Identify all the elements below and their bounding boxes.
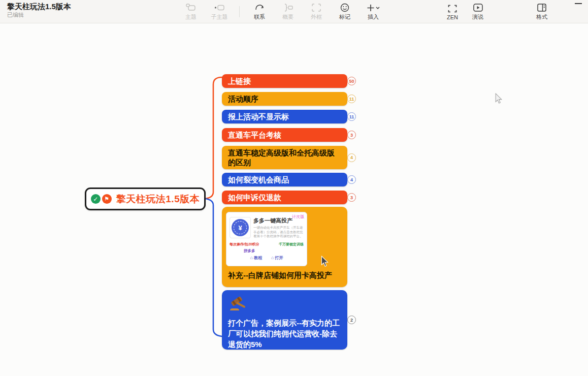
child-count-badge[interactable]: 2: [347, 316, 356, 324]
child-count-badge[interactable]: 11: [347, 95, 356, 103]
topic-icon: [186, 3, 196, 13]
mindmap-canvas[interactable]: ✓ ⚑ 擎天柱玩法1.5版本 计次版 ¥ 多多一键高投产 一键自动化卡高投产开车…: [0, 23, 588, 376]
toolbar-left-group: 主题子主题联系概要外框标记插入: [180, 0, 384, 23]
tool-label: ZEN: [447, 14, 458, 20]
mindmap-branch-node-ad[interactable]: 打个广告，案例展示--有实力的工厂可以找我们纯佣代运营收-除去退货的5%: [222, 290, 347, 350]
marker-icon: [340, 3, 349, 13]
tool-label: 插入: [368, 13, 379, 21]
branch-node-label: 如何申诉仅退款: [228, 193, 281, 202]
app-yen-refresh-icon: ¥: [232, 219, 249, 236]
branch-node-label: 报上活动不显示标: [228, 112, 289, 121]
child-count-badge[interactable]: 4: [347, 175, 356, 184]
mindmap-branch-node[interactable]: 直通车稳定高级版和全托高级版的区别: [222, 146, 347, 169]
gavel-icon: [228, 295, 249, 312]
card-cost-note: 每次操作/扣20积分: [230, 242, 259, 247]
insert-icon: [367, 3, 380, 13]
child-count-badge[interactable]: 4: [347, 153, 356, 162]
tool-label: 概要: [282, 13, 293, 21]
branch-node-label: 直通车平台考核: [228, 130, 281, 140]
home-icon: ⌂: [271, 256, 274, 260]
save-status: 已编辑: [7, 11, 71, 19]
mindmap-branch-node[interactable]: 活动顺序: [222, 92, 347, 106]
child-count-badge[interactable]: 3: [347, 193, 356, 202]
tool-label: 子主题: [211, 13, 228, 21]
tool-marker[interactable]: 标记: [334, 1, 355, 23]
subtopic-icon: [214, 3, 224, 13]
media-node-label: 补充--白牌店铺如何用卡高投产: [228, 271, 343, 280]
relationship-icon: [254, 3, 265, 13]
card-brand-label: 拼多多: [244, 248, 304, 254]
boundary-icon: [312, 3, 321, 13]
tool-relationship[interactable]: 联系: [249, 1, 270, 23]
tool-pitch[interactable]: 演说: [467, 1, 488, 23]
home-icon: ⌂: [250, 256, 253, 260]
card-open-button[interactable]: ⌂ 打开: [271, 255, 283, 261]
format-icon: [537, 3, 546, 13]
card-app-description: 一键自动化卡高投产开车（开车老手必看）分类码，请点击去教程您看第十个教程操作有课…: [253, 226, 304, 239]
branch-node-label: 活动顺序: [228, 94, 258, 104]
tool-insert[interactable]: 插入: [363, 1, 384, 23]
check-icon[interactable]: ✓: [91, 194, 101, 204]
embedded-screenshot-card[interactable]: 计次版 ¥ 多多一键高投产 一键自动化卡高投产开车（开车老手必看）分类码，请点击…: [226, 212, 307, 266]
pitch-icon: [473, 3, 483, 13]
branch-node-label: 上链接: [228, 76, 251, 86]
flag-icon[interactable]: ⚑: [102, 194, 112, 204]
tool-format[interactable]: 格式: [531, 1, 552, 23]
tool-topic[interactable]: 主题: [180, 1, 202, 23]
tool-boundary[interactable]: 外框: [306, 1, 327, 23]
mindmap-branch-node[interactable]: 报上活动不显示标: [222, 110, 347, 123]
tool-label: 外框: [311, 13, 322, 21]
mindmap-branch-node-media[interactable]: 计次版 ¥ 多多一键高投产 一键自动化卡高投产开车（开车老手必看）分类码，请点击…: [222, 207, 347, 287]
summary-icon: [283, 3, 293, 13]
card-tutorial-button[interactable]: ⌂ 教程: [250, 255, 262, 261]
branch-node-label: 直通车稳定高级版和全托高级版的区别: [228, 148, 341, 167]
zen-icon: [448, 4, 457, 14]
tool-label: 联系: [254, 13, 265, 21]
tool-subtopic[interactable]: 子主题: [209, 1, 230, 23]
root-topic-label: 擎天柱玩法1.5版本: [116, 193, 200, 206]
ghost-mouse-cursor: [494, 93, 503, 104]
toolbar: 擎天柱玩法1.5版本 已编辑 主题子主题联系概要外框标记插入 ZEN演说格式: [0, 0, 588, 23]
mindmap-branch-node[interactable]: 直通车平台考核: [222, 128, 347, 142]
mindmap-branch-node[interactable]: 上链接: [222, 74, 347, 88]
toolbar-right-group: ZEN演说格式: [442, 0, 552, 23]
tool-zen[interactable]: ZEN: [442, 1, 463, 23]
tool-label: 标记: [339, 13, 350, 21]
child-count-badge[interactable]: 11: [347, 112, 356, 121]
child-count-badge[interactable]: 3: [347, 131, 356, 139]
branch-node-label: 如何裂变机会商品: [228, 175, 289, 184]
tool-label: 主题: [185, 13, 197, 21]
card-edition-tag: 计次版: [292, 214, 304, 220]
ad-node-label: 打个广告，案例展示--有实力的工厂可以找我们纯佣代运营收-除去退货的5%: [228, 318, 341, 350]
mindmap-branch-node[interactable]: 如何裂变机会商品: [222, 173, 347, 186]
toolbar-divider: [239, 6, 240, 17]
root-topic-node[interactable]: ✓ ⚑ 擎天柱玩法1.5版本: [85, 187, 206, 210]
child-count-badge[interactable]: 50: [347, 77, 356, 85]
card-warning-note: 千万要锁定训练: [279, 242, 304, 247]
app-icon-frame: ¥: [230, 217, 251, 238]
tool-summary[interactable]: 概要: [277, 1, 299, 23]
mindmap-branch-node[interactable]: 如何申诉仅退款: [222, 191, 347, 204]
tool-label: 演说: [472, 13, 483, 21]
window-minimize-dash: [575, 3, 582, 4]
branch-connector-brace: [203, 74, 224, 341]
tool-label: 格式: [536, 13, 547, 21]
document-title: 擎天柱玩法1.5版本: [7, 2, 71, 11]
